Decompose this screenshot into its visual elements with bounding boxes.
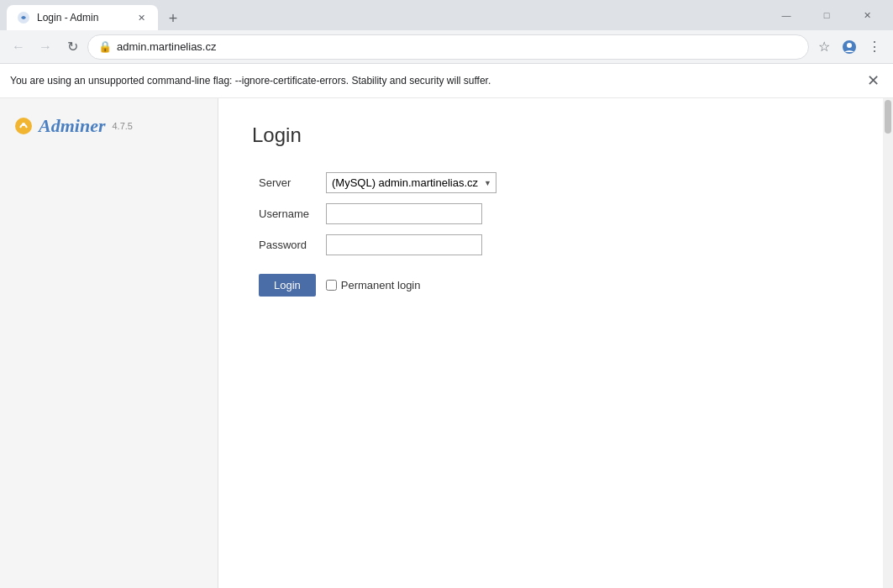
url-text: admin.martinelias.cz [117,40,798,53]
main-content: Login Server (MySQL) admin.martinelias.c… [218,98,883,588]
permanent-login-checkbox[interactable] [326,280,337,291]
address-bar: ← → ↻ 🔒 admin.martinelias.cz ☆ ⋮ [0,30,893,64]
reload-button[interactable]: ↻ [60,35,84,59]
login-title: Login [252,123,689,147]
username-label: Username [252,198,319,229]
active-tab[interactable]: Login - Admin ✕ [7,5,158,30]
tab-favicon [17,11,30,24]
server-label: Server [252,167,319,198]
permanent-login-label[interactable]: Permanent login [326,279,421,291]
maximize-button[interactable]: □ [807,0,846,30]
svg-point-2 [847,43,852,48]
page-content: Adminer 4.7.5 Login Server (MySQL) admin… [0,98,893,588]
close-button[interactable]: ✕ [848,0,886,30]
password-input[interactable] [326,234,482,255]
menu-button[interactable]: ⋮ [863,35,886,59]
scrollbar-thumb[interactable] [885,100,891,134]
tab-strip: Login - Admin ✕ + [7,0,764,30]
adminer-logo: Adminer 4.7.5 [0,108,218,144]
bookmark-button[interactable]: ☆ [812,35,836,59]
lock-icon: 🔒 [98,40,112,53]
title-bar: Login - Admin ✕ + — □ ✕ [0,0,893,30]
login-actions: Login Permanent login [252,274,689,297]
username-input[interactable] [326,203,482,224]
new-tab-button[interactable]: + [161,7,185,30]
warning-banner: You are using an unsupported command-lin… [0,64,893,98]
adminer-version: 4.7.5 [112,121,132,131]
password-label: Password [252,229,319,260]
server-select-wrapper[interactable]: (MySQL) admin.martinelias.cz [326,172,496,193]
sidebar: Adminer 4.7.5 [0,98,218,588]
warning-text: You are using an unsupported command-lin… [10,75,491,87]
permanent-login-text: Permanent login [341,279,421,291]
address-actions: ☆ ⋮ [812,35,886,59]
url-bar[interactable]: 🔒 admin.martinelias.cz [87,34,809,60]
login-form: Server (MySQL) admin.martinelias.cz User… [252,167,503,260]
window-controls: — □ ✕ [767,0,886,30]
profile-button[interactable] [838,35,861,59]
minimize-button[interactable]: — [767,0,806,30]
login-container: Login Server (MySQL) admin.martinelias.c… [218,98,722,322]
tab-close-button[interactable]: ✕ [134,11,148,24]
forward-button[interactable]: → [34,35,57,59]
back-button[interactable]: ← [7,35,30,59]
svg-point-4 [22,123,25,126]
warning-close-button[interactable]: ✕ [863,71,883,91]
adminer-logo-text: Adminer [39,115,105,137]
tab-title: Login - Admin [37,12,128,24]
login-button[interactable]: Login [259,274,316,297]
scrollbar[interactable] [883,98,893,588]
adminer-logo-icon [13,116,34,136]
server-select[interactable]: (MySQL) admin.martinelias.cz [326,172,496,193]
